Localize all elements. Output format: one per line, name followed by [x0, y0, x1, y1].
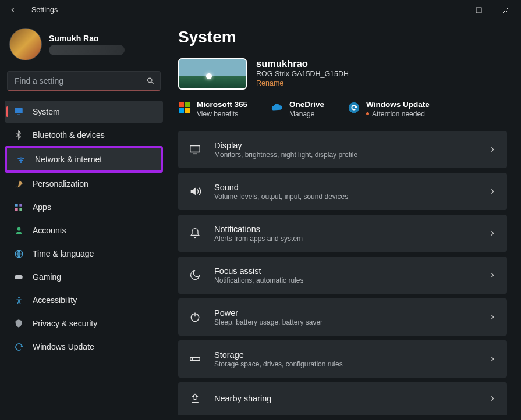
back-button[interactable] — [5, 2, 21, 18]
sidebar-item-label: Personalization — [33, 179, 88, 188]
profile-block[interactable]: Sumukh Rao — [5, 26, 163, 65]
monitor-icon — [13, 106, 24, 118]
device-name: sumukhrao — [256, 58, 349, 69]
apps-icon — [13, 201, 24, 213]
sidebar-item-label: System — [33, 107, 60, 116]
card-notifications[interactable]: NotificationsAlerts from apps and system — [178, 215, 507, 252]
profile-name: Sumukh Rao — [49, 34, 125, 43]
status-microsoft365[interactable]: Microsoft 365 View benefits — [178, 100, 247, 118]
status-title: OneDrive — [289, 100, 324, 109]
sidebar-item-bluetooth[interactable]: Bluetooth & devices — [5, 124, 163, 146]
svg-rect-7 — [19, 208, 22, 211]
svg-point-16 — [349, 102, 359, 113]
nav: System Bluetooth & devices Network & int… — [5, 101, 163, 358]
sidebar-item-label: Gaming — [33, 272, 61, 282]
svg-rect-17 — [190, 146, 200, 152]
sidebar-item-privacy[interactable]: Privacy & security — [5, 312, 163, 334]
sidebar-item-update[interactable]: Windows Update — [5, 336, 163, 358]
power-icon — [189, 311, 201, 323]
sound-icon — [189, 185, 201, 198]
sidebar-item-label: Bluetooth & devices — [33, 130, 105, 140]
device-model: ROG Strix GA15DH_G15DH — [256, 70, 349, 78]
sidebar-item-time[interactable]: Time & language — [5, 243, 163, 265]
sidebar-item-apps[interactable]: Apps — [5, 196, 163, 218]
search-icon — [146, 77, 155, 86]
device-thumbnail[interactable] — [178, 58, 247, 90]
search-input[interactable] — [7, 71, 161, 91]
svg-point-1 — [148, 78, 153, 83]
brush-icon — [13, 178, 24, 190]
svg-rect-14 — [179, 108, 184, 113]
sidebar-item-label: Apps — [33, 202, 51, 212]
svg-rect-5 — [19, 204, 22, 207]
sidebar-item-label: Time & language — [33, 249, 94, 258]
person-icon — [13, 225, 24, 236]
status-sub: View benefits — [197, 110, 247, 118]
minimize-button[interactable] — [438, 1, 465, 19]
sidebar-item-label: Network & internet — [35, 155, 102, 164]
status-onedrive[interactable]: OneDrive Manage — [271, 100, 324, 118]
sidebar-item-system[interactable]: System — [5, 101, 163, 123]
page-title: System — [178, 28, 507, 47]
card-power[interactable]: PowerSleep, battery usage, battery saver — [178, 298, 507, 336]
moon-icon — [189, 269, 201, 281]
system-cards: DisplayMonitors, brightness, night light… — [178, 131, 507, 415]
card-title: Power — [214, 308, 476, 318]
status-row: Microsoft 365 View benefits OneDrive Man… — [178, 100, 507, 118]
globe-icon — [13, 248, 24, 259]
sidebar-item-gaming[interactable]: Gaming — [5, 266, 163, 288]
card-sub: Monitors, brightness, night light, displ… — [214, 151, 476, 159]
shield-icon — [13, 318, 24, 329]
avatar — [9, 28, 42, 60]
card-sub: Notifications, automatic rules — [214, 276, 476, 284]
status-title: Windows Update — [366, 100, 430, 109]
card-focus[interactable]: Focus assistNotifications, automatic rul… — [178, 257, 507, 294]
sidebar-item-label: Accessibility — [33, 296, 77, 305]
status-windows-update[interactable]: Windows Update Attention needed — [348, 100, 430, 118]
card-title: Notifications — [214, 225, 476, 234]
display-icon — [189, 143, 201, 156]
sidebar-item-network[interactable]: Network & internet — [7, 148, 161, 170]
highlight-network: Network & internet — [5, 146, 163, 173]
svg-rect-0 — [476, 8, 481, 13]
sidebar: Sumukh Rao System Bluetooth & devices — [0, 20, 168, 420]
sidebar-item-accessibility[interactable]: Accessibility — [5, 289, 163, 311]
sidebar-item-accounts[interactable]: Accounts — [5, 219, 163, 241]
titlebar: Settings — [0, 0, 521, 20]
card-sub: Alerts from apps and system — [214, 234, 476, 243]
svg-rect-4 — [15, 204, 18, 207]
card-display[interactable]: DisplayMonitors, brightness, night light… — [178, 131, 507, 168]
bell-icon — [189, 227, 201, 239]
search-wrap — [7, 71, 161, 91]
device-rename-link[interactable]: Rename — [256, 79, 349, 87]
app-title: Settings — [31, 6, 58, 14]
sidebar-item-personalization[interactable]: Personalization — [5, 173, 163, 195]
svg-rect-10 — [15, 275, 23, 279]
microsoft-icon — [178, 101, 191, 114]
card-nearby[interactable]: Nearby sharing — [178, 382, 507, 415]
share-icon — [189, 393, 201, 404]
svg-point-20 — [192, 358, 193, 360]
chevron-right-icon — [488, 187, 497, 195]
card-title: Storage — [214, 350, 476, 360]
svg-rect-15 — [185, 108, 190, 113]
close-button[interactable] — [492, 1, 519, 19]
card-title: Nearby sharing — [214, 394, 476, 403]
chevron-right-icon — [488, 394, 497, 403]
card-sound[interactable]: SoundVolume levels, output, input, sound… — [178, 173, 507, 210]
chevron-right-icon — [488, 313, 497, 321]
card-title: Focus assist — [214, 266, 476, 276]
chevron-right-icon — [488, 145, 497, 154]
bluetooth-icon — [13, 129, 24, 141]
svg-rect-13 — [185, 102, 190, 107]
card-sub: Sleep, battery usage, battery saver — [214, 318, 476, 326]
svg-rect-6 — [15, 208, 18, 211]
card-sub: Storage space, drives, configuration rul… — [214, 360, 476, 368]
chevron-right-icon — [488, 355, 497, 363]
sidebar-item-label: Accounts — [33, 226, 66, 235]
card-title: Sound — [214, 183, 476, 192]
svg-rect-12 — [179, 102, 184, 107]
card-storage[interactable]: StorageStorage space, drives, configurat… — [178, 340, 507, 378]
maximize-button[interactable] — [465, 1, 492, 19]
card-title: Display — [214, 141, 476, 150]
